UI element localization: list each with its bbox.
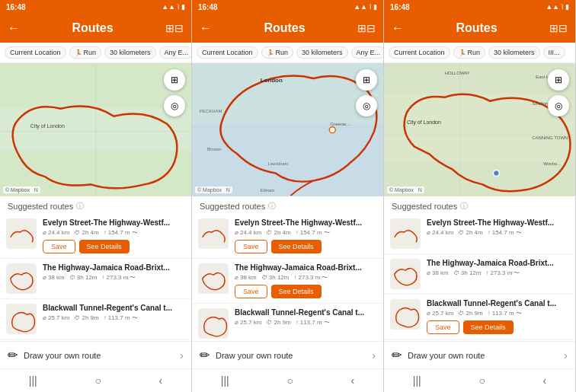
filter-chip-1[interactable]: 🏃 Run [453, 46, 486, 59]
time-icon: ⏱ [453, 269, 459, 276]
grid-icon[interactable]: ⊞⊟ [549, 22, 568, 34]
elevation-icon: ↑ [104, 314, 107, 321]
route-stats-0: ⌀ 24.4 km ⏱ 2h 4m ↑ 154.7 m 〜 [427, 228, 569, 237]
route-card-1: The Highway-Jamaica Road-Brixt... ⌀ 38 k… [192, 259, 383, 304]
elevation-icon: ↑ [104, 229, 107, 236]
time-icon: ⏱ [266, 229, 272, 236]
elevation-icon: ↑ [485, 269, 488, 276]
info-icon[interactable]: ⓘ [76, 201, 84, 212]
svg-text:Lewisham: Lewisham [268, 161, 289, 166]
nav-menu-button[interactable]: ||| [21, 373, 45, 388]
filter-label-0: Current Location [394, 49, 445, 56]
nav-back-button[interactable]: ‹ [343, 373, 362, 388]
details-button-2[interactable]: See Details [463, 320, 514, 334]
status-icons: ▲▲ ⌇ ▮ [546, 3, 569, 11]
filter-chip-2[interactable]: 30 kilometers [296, 46, 348, 59]
battery-icon: ▮ [181, 3, 185, 11]
suggested-header: Suggested routes ⓘ [0, 196, 191, 214]
filter-chip-2[interactable]: 30 kilometers [488, 46, 540, 59]
app-header: ← Routes ⊞⊟ [384, 14, 575, 43]
layers-button[interactable]: ⊞ [548, 69, 569, 91]
draw-route-left: ✏ Draw your own route [200, 348, 293, 362]
phone-panel-3: 16:48 ▲▲ ⌇ ▮ ← Routes ⊞⊟ Current Locatio… [384, 0, 576, 392]
status-bar: 16:48 ▲▲ ⌇ ▮ [384, 0, 575, 14]
route-distance-0: ⌀ 24.4 km [427, 229, 453, 236]
svg-point-32 [493, 170, 499, 176]
filter-chip-0[interactable]: Current Location [5, 46, 66, 59]
back-button[interactable]: ← [392, 21, 404, 35]
time-icon: ⏱ [458, 310, 464, 317]
route-elevation-0: ↑ 154.7 m 〜 [488, 228, 522, 237]
distance-icon: ⌀ [43, 274, 46, 281]
grid-icon[interactable]: ⊞⊟ [357, 22, 376, 34]
suggested-header: Suggested routes ⓘ [192, 196, 383, 214]
save-button-2[interactable]: Save [427, 320, 459, 334]
route-time-1: ⏱ 3h 12m [453, 269, 482, 276]
nav-menu-button[interactable]: ||| [405, 373, 429, 388]
details-button-0[interactable]: See Details [271, 240, 322, 253]
save-button-0[interactable]: Save [235, 240, 267, 253]
layers-button[interactable]: ⊞ [164, 69, 185, 91]
route-card-0: Evelyn Street-The Highway-Westf... ⌀ 24.… [384, 214, 575, 254]
filter-chip-2[interactable]: 30 kilometers [104, 46, 156, 59]
wifi-icon: ⌇ [561, 3, 564, 11]
route-elevation-1: ↑ 273.3 m 〜 [101, 273, 136, 282]
filter-chip-3[interactable]: Any E... [159, 46, 191, 59]
status-icons: ▲▲ ⌇ ▮ [162, 3, 185, 11]
filter-label-0: Current Location [202, 49, 253, 56]
filter-chip-0[interactable]: Current Location [197, 46, 258, 59]
elevation-wave: 〜 [514, 269, 520, 277]
info-icon[interactable]: ⓘ [460, 201, 468, 212]
svg-point-17 [329, 127, 335, 133]
draw-route-bar[interactable]: ✏ Draw your own route › [0, 341, 191, 368]
filter-chip-3[interactable]: III... [543, 46, 565, 59]
filter-chip-1[interactable]: 🏃 Run [261, 46, 294, 59]
svg-rect-6 [7, 219, 36, 248]
save-button-1[interactable]: Save [235, 285, 267, 298]
pencil-icon: ✏ [8, 348, 18, 362]
locate-button[interactable]: ◎ [548, 95, 569, 116]
route-card-0: Evelyn Street-The Highway-Westf... ⌀ 24.… [192, 214, 383, 259]
route-name-0: Evelyn Street-The Highway-Westf... [43, 218, 185, 227]
route-name-1: The Highway-Jamaica Road-Brixt... [427, 259, 569, 267]
filter-label-2: 30 kilometers [302, 49, 343, 56]
locate-button[interactable]: ◎ [356, 95, 377, 116]
filter-chip-3[interactable]: Any E... [351, 46, 383, 59]
draw-route-bar[interactable]: ✏ Draw your own route › [192, 341, 383, 368]
nav-back-button[interactable]: ‹ [151, 373, 170, 388]
filter-chip-0[interactable]: Current Location [389, 46, 450, 59]
wifi-icon: ⌇ [369, 3, 372, 11]
filter-chip-1[interactable]: 🏃 Run [69, 46, 102, 59]
svg-rect-10 [192, 63, 383, 124]
nav-home-button[interactable]: ○ [471, 373, 492, 388]
route-info-2: Blackwall Tunnel-Regent's Canal t... ⌀ 2… [235, 308, 377, 327]
route-time-1: ⏱ 3h 12m [69, 274, 98, 281]
back-button[interactable]: ← [200, 21, 212, 35]
route-time-2: ⏱ 2h 9m [458, 310, 482, 317]
nav-home-button[interactable]: ○ [279, 373, 300, 388]
save-button-0[interactable]: Save [43, 240, 75, 253]
route-name-0: Evelyn Street-The Highway-Westf... [427, 218, 569, 227]
route-actions-0: Save See Details [235, 240, 377, 253]
details-button-0[interactable]: See Details [79, 240, 130, 253]
back-button[interactable]: ← [8, 21, 20, 35]
grid-icon[interactable]: ⊞⊟ [165, 22, 184, 34]
draw-route-label: Draw your own route [216, 351, 293, 360]
route-thumbnail-0 [6, 218, 37, 249]
svg-text:City of London: City of London [30, 123, 65, 129]
locate-button[interactable]: ◎ [164, 95, 185, 116]
info-icon[interactable]: ⓘ [268, 201, 276, 212]
layers-button[interactable]: ⊞ [356, 69, 377, 91]
nav-home-button[interactable]: ○ [87, 373, 108, 388]
route-thumbnail-1 [6, 263, 37, 294]
pencil-icon: ✏ [200, 348, 210, 362]
distance-icon: ⌀ [43, 314, 46, 321]
distance-icon: ⌀ [43, 229, 46, 236]
nav-menu-button[interactable]: ||| [213, 373, 237, 388]
details-button-1[interactable]: See Details [271, 285, 322, 298]
suggested-label: Suggested routes [392, 202, 457, 211]
filter-label-3: III... [549, 49, 560, 56]
draw-route-bar[interactable]: ✏ Draw your own route › [384, 341, 575, 368]
elevation-wave: 〜 [516, 228, 522, 237]
nav-back-button[interactable]: ‹ [535, 373, 554, 388]
